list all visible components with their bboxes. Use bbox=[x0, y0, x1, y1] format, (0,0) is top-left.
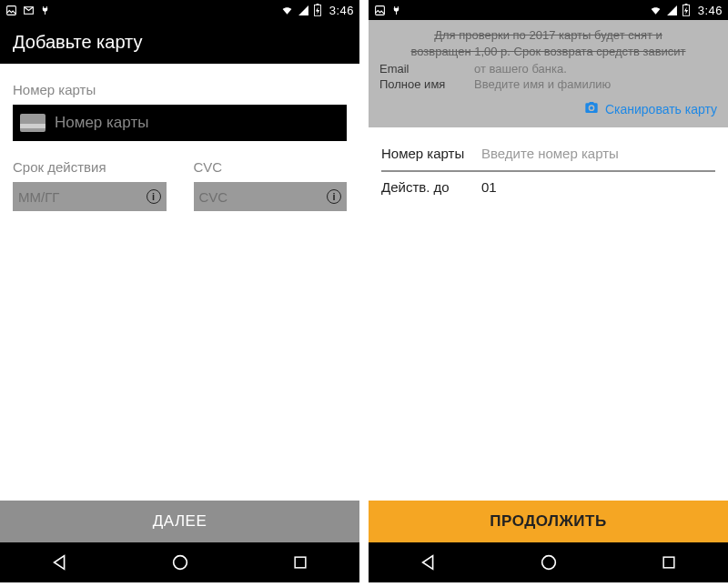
cell-signal-icon bbox=[666, 5, 678, 16]
screenshot-pair: 3:46 Добавьте карту Номер карты Номер ка… bbox=[0, 0, 728, 587]
nav-home-button[interactable] bbox=[170, 552, 190, 572]
svg-point-4 bbox=[174, 556, 187, 570]
valid-until-label: Действ. до bbox=[381, 179, 481, 195]
svg-rect-10 bbox=[663, 557, 674, 568]
svg-rect-6 bbox=[376, 5, 385, 15]
image-icon bbox=[374, 5, 386, 16]
nav-back-button[interactable] bbox=[419, 552, 439, 572]
nav-home-button[interactable] bbox=[539, 552, 559, 572]
scan-card-button[interactable]: Сканировать карту bbox=[379, 100, 717, 118]
cvc-label: CVC bbox=[194, 159, 348, 175]
content-area: Номер карты Номер карты Срок действия ММ… bbox=[0, 64, 359, 542]
continue-button[interactable]: ПРОДОЛЖИТЬ bbox=[369, 501, 728, 542]
email-label: Email bbox=[379, 62, 461, 76]
screen-add-card: 3:46 Добавьте карту Номер карты Номер ка… bbox=[0, 0, 359, 582]
next-button[interactable]: ДАЛЕЕ bbox=[0, 501, 359, 542]
card-number-label: Номер карты bbox=[13, 82, 347, 97]
card-number-input[interactable]: Номер карты bbox=[13, 105, 347, 141]
cvc-placeholder: CVC bbox=[199, 189, 228, 205]
battery-charging-icon bbox=[313, 4, 322, 16]
expiry-input[interactable]: ММ/ГГ i bbox=[13, 182, 167, 211]
hint-line: Для проверки по 2017 карты будет снят и bbox=[379, 27, 717, 44]
android-nav-bar bbox=[369, 542, 728, 582]
svg-rect-3 bbox=[316, 4, 318, 5]
card-number-placeholder: Введите номер карты bbox=[481, 146, 619, 161]
svg-rect-5 bbox=[295, 557, 306, 568]
valid-until-row[interactable]: Действ. до 01 bbox=[381, 172, 715, 202]
status-time: 3:46 bbox=[698, 4, 723, 17]
valid-until-value: 01 bbox=[481, 179, 497, 195]
card-number-placeholder: Номер карты bbox=[55, 114, 148, 132]
plug-icon bbox=[40, 5, 50, 16]
info-icon[interactable]: i bbox=[327, 189, 341, 204]
nav-recent-button[interactable] bbox=[291, 553, 309, 572]
svg-rect-0 bbox=[7, 5, 16, 15]
svg-rect-8 bbox=[684, 4, 687, 5]
screen-continue-card: 3:46 Для проверки по 2017 карты будет сн… bbox=[369, 0, 728, 582]
svg-point-9 bbox=[542, 556, 556, 570]
card-number-label: Номер карты bbox=[381, 146, 481, 161]
card-number-row[interactable]: Номер карты Введите номер карты bbox=[381, 138, 715, 168]
wifi-icon bbox=[649, 5, 662, 16]
page-title: Добавьте карту bbox=[13, 32, 143, 53]
gmail-icon bbox=[23, 5, 35, 16]
fullname-placeholder: Введите имя и фамилию bbox=[474, 77, 611, 91]
nav-back-button[interactable] bbox=[50, 552, 70, 572]
android-nav-bar bbox=[0, 542, 359, 582]
status-bar: 3:46 bbox=[369, 0, 728, 20]
hint-line: от вашего банка. bbox=[474, 62, 567, 76]
battery-charging-icon bbox=[682, 4, 691, 16]
cvc-input[interactable]: CVC i bbox=[194, 182, 348, 211]
plug-icon bbox=[391, 5, 401, 16]
expiry-label: Срок действия bbox=[13, 159, 167, 175]
app-bar: Добавьте карту bbox=[0, 20, 359, 64]
content-area: Для проверки по 2017 карты будет снят и … bbox=[369, 20, 728, 542]
nav-recent-button[interactable] bbox=[660, 553, 678, 572]
scan-card-label: Сканировать карту bbox=[605, 102, 717, 116]
camera-icon bbox=[583, 100, 600, 118]
cell-signal-icon bbox=[298, 5, 309, 16]
hint-line: возвращен 1,00 р. Срок возврата средств … bbox=[379, 44, 717, 60]
card-icon bbox=[20, 114, 46, 132]
status-time: 3:46 bbox=[329, 4, 354, 17]
wifi-icon bbox=[280, 5, 294, 16]
expiry-placeholder: ММ/ГГ bbox=[18, 189, 59, 205]
overlay-hint-panel: Для проверки по 2017 карты будет снят и … bbox=[369, 20, 728, 127]
info-icon[interactable]: i bbox=[147, 189, 161, 204]
status-bar: 3:46 bbox=[0, 0, 359, 20]
image-icon bbox=[5, 5, 17, 16]
fullname-label: Полное имя bbox=[379, 77, 461, 91]
